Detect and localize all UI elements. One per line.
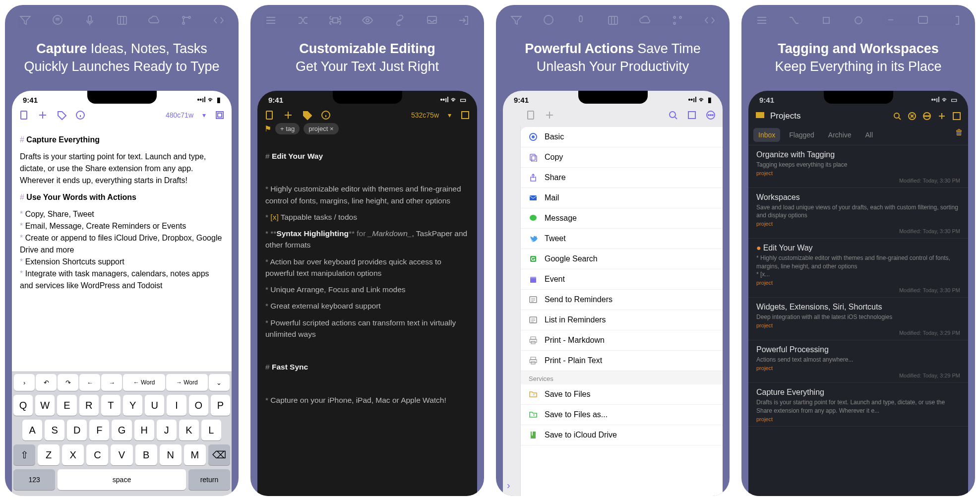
key-q[interactable]: Q xyxy=(13,395,33,416)
key-t[interactable]: T xyxy=(101,395,121,416)
plus-icon[interactable] xyxy=(937,112,946,121)
info-icon[interactable] xyxy=(75,110,85,120)
kbd-action-button[interactable]: › xyxy=(14,374,35,391)
more-icon[interactable] xyxy=(922,112,931,121)
plus-icon[interactable] xyxy=(38,110,48,120)
key-h[interactable]: H xyxy=(134,420,154,440)
expand-icon[interactable] xyxy=(215,110,225,120)
trash-icon[interactable]: 🗑 xyxy=(955,128,963,142)
kbd-action-button[interactable]: → xyxy=(101,374,122,391)
doc-icon[interactable] xyxy=(19,110,29,120)
close-icon[interactable] xyxy=(908,112,917,121)
draft-item[interactable]: WorkspacesSave and load unique views of … xyxy=(748,188,968,239)
grid-icon[interactable] xyxy=(755,112,764,121)
info-icon[interactable] xyxy=(321,110,331,120)
tag-icon[interactable] xyxy=(57,110,66,120)
action-row-tweet[interactable]: Tweet xyxy=(521,229,723,249)
plus-icon[interactable] xyxy=(545,110,554,120)
plus-icon[interactable] xyxy=(283,110,293,120)
key-j[interactable]: J xyxy=(157,420,177,440)
action-row-copy[interactable]: Copy xyxy=(521,147,723,168)
key-f[interactable]: F xyxy=(89,420,109,440)
kbd-action-button[interactable]: ← xyxy=(79,374,100,391)
expand-icon[interactable] xyxy=(952,112,961,121)
expand-icon[interactable] xyxy=(687,110,697,120)
word-count[interactable]: 532c75w xyxy=(411,111,439,119)
draft-item[interactable]: Widgets, Extensions, Siri, ShortcutsDeep… xyxy=(748,298,968,340)
flag-icon[interactable]: ⚑ xyxy=(264,124,271,133)
svg-rect-64 xyxy=(953,113,960,120)
tag-chip-project[interactable]: project × xyxy=(304,123,338,134)
key-i[interactable]: I xyxy=(167,395,186,416)
action-row-print---markdown[interactable]: Print - Markdown xyxy=(521,330,723,351)
action-row-save-to-files[interactable]: Save to Files xyxy=(521,384,723,405)
chevron-right-icon[interactable]: › xyxy=(507,480,510,491)
action-row-mail[interactable]: Mail xyxy=(521,188,723,208)
tab-inbox[interactable]: Inbox xyxy=(753,128,780,142)
key-d[interactable]: D xyxy=(67,420,87,440)
doc-icon[interactable] xyxy=(264,110,274,120)
key-k[interactable]: K xyxy=(179,420,199,440)
key-x[interactable]: X xyxy=(62,444,84,465)
shuffle-icon xyxy=(788,14,800,27)
key-r[interactable]: R xyxy=(79,395,99,416)
key-m[interactable]: M xyxy=(184,444,206,465)
expand-icon[interactable] xyxy=(460,110,470,120)
kbd-action-button[interactable]: → Word xyxy=(166,374,208,391)
key-a[interactable]: A xyxy=(22,420,42,440)
action-row-share[interactable]: Share xyxy=(521,168,723,188)
key-z[interactable]: Z xyxy=(38,444,60,465)
action-row-save-to-icloud-drive[interactable]: Save to iCloud Drive xyxy=(521,425,723,445)
kbd-action-button[interactable]: ← Word xyxy=(123,374,165,391)
key-o[interactable]: O xyxy=(189,395,208,416)
key-⌫[interactable]: ⌫ xyxy=(208,444,230,465)
tab-flagged[interactable]: Flagged xyxy=(784,128,819,142)
kbd-action-button[interactable]: ↶ xyxy=(36,374,57,391)
key-n[interactable]: N xyxy=(160,444,182,465)
key-c[interactable]: C xyxy=(86,444,108,465)
action-row-print---plain-text[interactable]: Print - Plain Text xyxy=(521,351,723,371)
kbd-action-button[interactable]: ⌄ xyxy=(209,374,230,391)
word-count[interactable]: 480c71w xyxy=(166,111,193,119)
svg-rect-45 xyxy=(530,360,537,363)
key-p[interactable]: P xyxy=(211,395,230,416)
editor-body[interactable]: # Capture Everything Drafts is your star… xyxy=(12,123,232,372)
doc-icon[interactable] xyxy=(526,110,536,120)
more-icon[interactable] xyxy=(706,110,716,120)
key-s[interactable]: S xyxy=(45,420,64,440)
action-row-save-to-files-as-[interactable]: Save to Files as... xyxy=(521,405,723,425)
key-l[interactable]: L xyxy=(201,420,221,440)
action-row-basic[interactable]: Basic xyxy=(521,127,723,147)
tab-all[interactable]: All xyxy=(860,128,878,142)
search-icon[interactable] xyxy=(668,110,678,120)
chevron-down-icon[interactable]: ▾ xyxy=(202,111,206,119)
key-return[interactable]: return xyxy=(188,469,230,490)
search-icon[interactable] xyxy=(893,112,902,121)
key-e[interactable]: E xyxy=(57,395,76,416)
action-row-google-search[interactable]: GGoogle Search xyxy=(521,249,723,269)
action-row-list-in-reminders[interactable]: List in Reminders xyxy=(521,310,723,330)
action-row-send-to-reminders[interactable]: Send to Reminders xyxy=(521,290,723,310)
action-row-message[interactable]: Message xyxy=(521,208,723,229)
add-tag-chip[interactable]: + tag xyxy=(275,123,300,134)
key-space[interactable]: space xyxy=(58,469,186,490)
draft-item[interactable]: Capture EverythingDrafts is your startin… xyxy=(748,383,968,426)
chevron-down-icon[interactable]: ▾ xyxy=(448,111,451,119)
key-b[interactable]: B xyxy=(135,444,157,465)
action-row-event[interactable]: Event xyxy=(521,269,723,290)
key-g[interactable]: G xyxy=(112,420,131,440)
key-w[interactable]: W xyxy=(35,395,55,416)
draft-item[interactable]: Organize with TaggingTagging keeps every… xyxy=(748,145,968,188)
key-u[interactable]: U xyxy=(145,395,164,416)
draft-item[interactable]: Powerful ProcessingActions send text alm… xyxy=(748,340,968,383)
key-123[interactable]: 123 xyxy=(13,469,55,490)
key-y[interactable]: Y xyxy=(123,395,142,416)
draft-item[interactable]: ●Edit Your Way* Highly customizable edit… xyxy=(748,239,968,298)
tab-archive[interactable]: Archive xyxy=(823,128,857,142)
svg-rect-16 xyxy=(579,16,582,22)
editor-body[interactable]: # Edit Your Way * Highly customizable ed… xyxy=(257,139,477,496)
key-v[interactable]: V xyxy=(111,444,132,465)
tag-icon[interactable] xyxy=(302,110,312,120)
kbd-action-button[interactable]: ↷ xyxy=(58,374,78,391)
key-⇧[interactable]: ⇧ xyxy=(13,444,35,465)
